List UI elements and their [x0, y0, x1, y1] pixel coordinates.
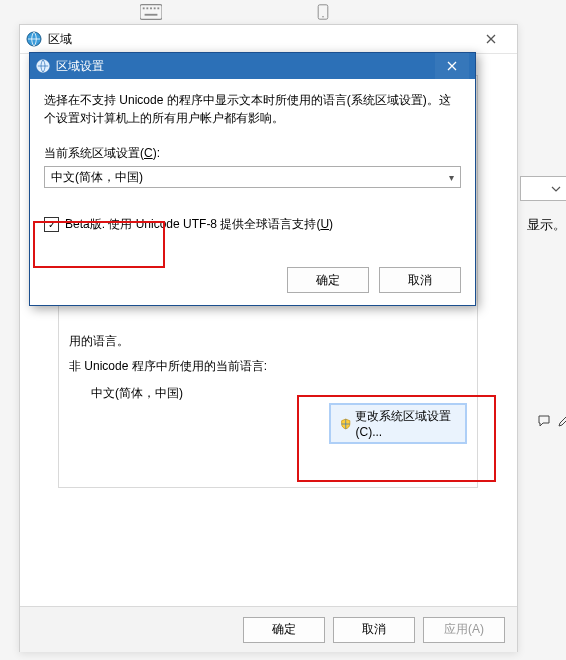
combo-value: 中文(简体，中国): [51, 169, 143, 186]
svg-rect-0: [140, 5, 162, 20]
utf8-checkbox[interactable]: ✓: [44, 217, 59, 232]
parent-cancel-button[interactable]: 取消: [333, 617, 415, 643]
svg-rect-5: [157, 7, 159, 9]
chat-icon[interactable]: [537, 414, 551, 431]
keyboard-icon: [140, 4, 162, 20]
child-close-button[interactable]: [435, 53, 469, 79]
background-text-fragment: 显示。: [527, 216, 566, 234]
change-system-locale-button[interactable]: 更改系统区域设置(C)...: [329, 403, 467, 444]
close-icon: [447, 61, 457, 71]
background-dropdown[interactable]: [520, 176, 566, 201]
background-side-icons: [537, 414, 566, 431]
child-cancel-label: 取消: [408, 272, 432, 289]
parent-title: 区域: [48, 31, 471, 48]
locale-settings-dialog: 区域设置 选择在不支持 Unicode 的程序中显示文本时所使用的语言(系统区域…: [29, 52, 476, 306]
svg-rect-6: [145, 14, 158, 16]
dialog-description: 选择在不支持 Unicode 的程序中显示文本时所使用的语言(系统区域设置)。这…: [44, 91, 461, 127]
parent-ok-label: 确定: [272, 621, 296, 638]
checkmark-icon: ✓: [48, 220, 56, 230]
change-locale-label: 更改系统区域设置(C)...: [355, 408, 456, 439]
child-cancel-button[interactable]: 取消: [379, 267, 461, 293]
globe-icon: [26, 31, 42, 47]
uac-shield-icon: [340, 417, 351, 431]
non-unicode-label: 非 Unicode 程序中所使用的当前语言:: [69, 358, 467, 375]
fragment-text: 用的语言。: [69, 333, 467, 350]
parent-titlebar[interactable]: 区域: [20, 25, 517, 54]
child-titlebar[interactable]: 区域设置: [30, 53, 475, 79]
svg-point-8: [322, 16, 324, 18]
close-icon: [486, 34, 496, 44]
child-title: 区域设置: [56, 58, 435, 75]
edit-icon[interactable]: [557, 414, 566, 431]
phone-icon: [312, 4, 334, 20]
background-top-icons: [140, 4, 334, 20]
child-ok-button[interactable]: 确定: [287, 267, 369, 293]
chevron-down-icon: ▾: [449, 172, 454, 183]
child-ok-label: 确定: [316, 272, 340, 289]
parent-apply-label: 应用(A): [444, 621, 484, 638]
checkbox-label: Beta版: 使用 Unicode UTF-8 提供全球语言支持(U): [65, 216, 333, 233]
svg-rect-4: [154, 7, 156, 9]
parent-cancel-label: 取消: [362, 621, 386, 638]
parent-button-bar: 确定 取消 应用(A): [20, 606, 517, 652]
child-button-bar: 确定 取消: [287, 267, 461, 293]
system-locale-combobox[interactable]: 中文(简体，中国) ▾: [44, 166, 461, 188]
parent-close-button[interactable]: [471, 25, 511, 53]
parent-ok-button[interactable]: 确定: [243, 617, 325, 643]
globe-icon: [36, 59, 50, 73]
utf8-beta-checkbox-row[interactable]: ✓ Beta版: 使用 Unicode UTF-8 提供全球语言支持(U): [44, 216, 461, 233]
combo-label: 当前系统区域设置(C):: [44, 145, 461, 162]
svg-rect-1: [143, 7, 145, 9]
parent-apply-button[interactable]: 应用(A): [423, 617, 505, 643]
svg-rect-2: [146, 7, 148, 9]
svg-rect-3: [150, 7, 152, 9]
current-language-value: 中文(简体，中国): [91, 385, 467, 402]
chevron-down-icon: [551, 186, 561, 192]
